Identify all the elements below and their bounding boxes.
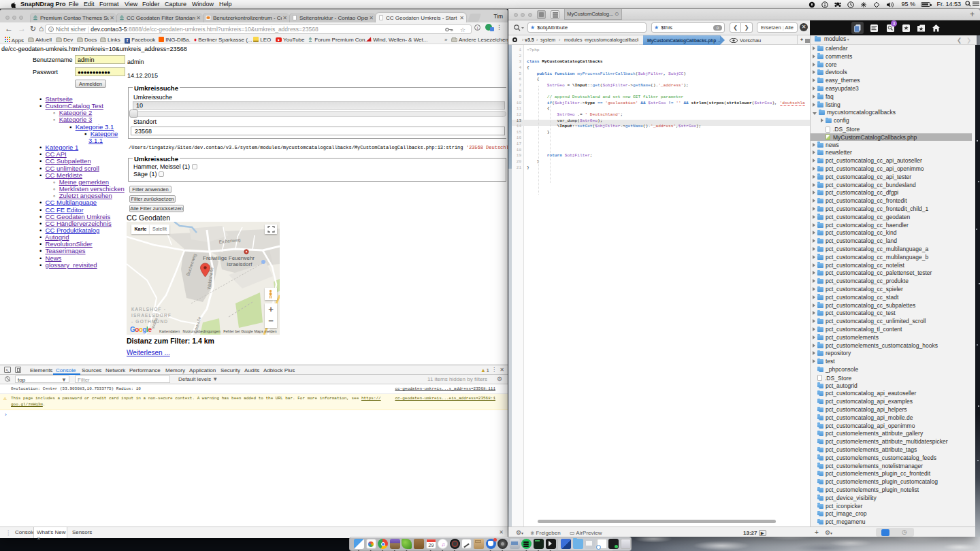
svg-text:- GOTHMUND: - GOTHMUND — [131, 319, 168, 324]
svg-text:Israelsdorf: Israelsdorf — [227, 261, 252, 267]
svg-text:dstraße: dstraße — [194, 316, 201, 331]
svg-text:Freiwillige Feuerwehr: Freiwillige Feuerwehr — [203, 255, 255, 261]
svg-text:KARLSHOF -: KARLSHOF - — [131, 307, 166, 312]
svg-text:ISRAELSDORF: ISRAELSDORF — [131, 313, 172, 318]
svg-text:Kartendaten Nutzungsbedingun: Kartendaten Nutzungsbedingungen Fehler b… — [159, 329, 276, 333]
